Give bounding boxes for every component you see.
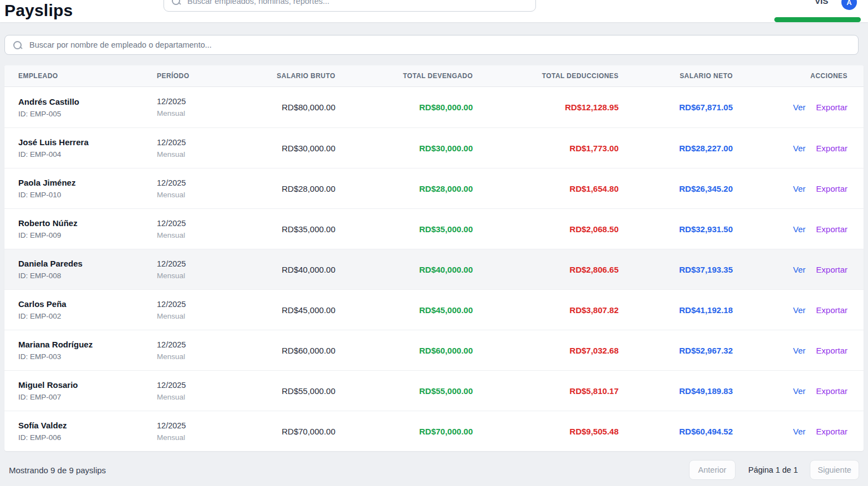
actions-cell: Ver Exportar xyxy=(733,184,847,193)
global-search-input[interactable] xyxy=(187,0,525,11)
net-salary-value: RD$67,871.05 xyxy=(619,103,733,112)
total-deductions-value: RD$2,806.65 xyxy=(473,265,619,274)
employee-id: ID: EMP-010 xyxy=(18,191,157,199)
actions-cell: Ver Exportar xyxy=(733,386,847,396)
export-link[interactable]: Exportar xyxy=(816,427,847,436)
search-icon xyxy=(171,0,181,6)
view-link[interactable]: Ver xyxy=(793,386,806,396)
view-link[interactable]: Ver xyxy=(793,184,806,193)
actions-cell: Ver Exportar xyxy=(733,305,847,315)
export-link[interactable]: Exportar xyxy=(816,386,847,396)
gross-salary-value: RD$45,000.00 xyxy=(268,305,335,315)
payslips-table: EMPLEADO PERÍODO SALARIO BRUTO TOTAL DEV… xyxy=(4,65,864,451)
net-salary-value: RD$28,227.00 xyxy=(619,144,733,153)
global-search xyxy=(164,0,536,12)
employee-name: Carlos Peña xyxy=(18,299,157,309)
employee-id: ID: EMP-002 xyxy=(18,312,157,320)
total-deductions-value: RD$9,505.48 xyxy=(473,427,619,436)
actions-cell: Ver Exportar xyxy=(733,224,847,234)
table-body: Andrés Castillo ID: EMP-005 12/2025 Mens… xyxy=(4,87,864,451)
total-earned-value: RD$30,000.00 xyxy=(335,144,473,153)
export-link[interactable]: Exportar xyxy=(816,224,847,234)
gross-salary-value: RD$55,000.00 xyxy=(268,386,335,396)
view-link[interactable]: Ver xyxy=(793,224,806,234)
period-frequency: Mensual xyxy=(157,352,268,361)
export-link[interactable]: Exportar xyxy=(816,144,847,153)
payslips-page: Payslips VIS A EMPLEADO PERÍODO SALARIO … xyxy=(0,0,868,486)
period-frequency: Mensual xyxy=(157,272,268,280)
column-header-total-devengado: TOTAL DEVENGADO xyxy=(335,72,473,80)
table-row: Daniela Paredes ID: EMP-008 12/2025 Mens… xyxy=(4,249,864,289)
total-earned-value: RD$35,000.00 xyxy=(335,224,473,234)
period-value: 12/2025 xyxy=(157,178,268,187)
employee-id: ID: EMP-005 xyxy=(18,110,157,118)
period-value: 12/2025 xyxy=(157,421,268,430)
previous-page-button[interactable]: Anterior xyxy=(689,460,736,480)
actions-cell: Ver Exportar xyxy=(733,346,847,355)
period-frequency: Mensual xyxy=(157,433,268,442)
table-row: Mariana Rodríguez ID: EMP-003 12/2025 Me… xyxy=(4,330,864,370)
total-deductions-value: RD$7,032.68 xyxy=(473,346,619,355)
actions-cell: Ver Exportar xyxy=(733,265,847,274)
primary-action-button-partial[interactable] xyxy=(774,17,861,22)
export-link[interactable]: Exportar xyxy=(816,346,847,355)
view-link[interactable]: Ver xyxy=(793,103,806,112)
period-cell: 12/2025 Mensual xyxy=(157,178,268,199)
employee-name: Daniela Paredes xyxy=(18,259,157,268)
view-link[interactable]: Ver xyxy=(793,346,806,355)
total-deductions-value: RD$3,807.82 xyxy=(473,305,619,315)
employee-name: Roberto Núñez xyxy=(18,218,157,228)
view-link[interactable]: Ver xyxy=(793,427,806,436)
avatar[interactable]: A xyxy=(841,0,857,10)
results-summary: Mostrando 9 de 9 payslips xyxy=(9,465,106,475)
filter-search-input[interactable] xyxy=(29,36,850,54)
table-row: José Luis Herrera ID: EMP-004 12/2025 Me… xyxy=(4,127,864,168)
period-value: 12/2025 xyxy=(157,259,268,268)
period-value: 12/2025 xyxy=(157,219,268,228)
employee-cell: Daniela Paredes ID: EMP-008 xyxy=(18,259,157,280)
employee-name: Andrés Castillo xyxy=(18,97,157,106)
employee-cell: Andrés Castillo ID: EMP-005 xyxy=(18,97,157,118)
employee-cell: Mariana Rodríguez ID: EMP-003 xyxy=(18,340,157,361)
table-row: Carlos Peña ID: EMP-002 12/2025 Mensual … xyxy=(4,289,864,330)
net-salary-value: RD$60,494.52 xyxy=(619,427,733,436)
period-cell: 12/2025 Mensual xyxy=(157,259,268,280)
total-earned-value: RD$80,000.00 xyxy=(335,103,473,112)
column-header-salario-neto: SALARIO NETO xyxy=(619,72,733,80)
employee-cell: Sofía Valdez ID: EMP-006 xyxy=(18,421,157,442)
net-salary-value: RD$49,189.83 xyxy=(619,386,733,396)
total-earned-value: RD$40,000.00 xyxy=(335,265,473,274)
period-frequency: Mensual xyxy=(157,109,268,117)
employee-cell: Paola Jiménez ID: EMP-010 xyxy=(18,178,157,199)
period-cell: 12/2025 Mensual xyxy=(157,219,268,239)
export-link[interactable]: Exportar xyxy=(816,103,847,112)
table-row: Roberto Núñez ID: EMP-009 12/2025 Mensua… xyxy=(4,208,864,249)
export-link[interactable]: Exportar xyxy=(816,184,847,193)
employee-name: Sofía Valdez xyxy=(18,421,157,430)
employee-cell: Roberto Núñez ID: EMP-009 xyxy=(18,218,157,239)
view-link[interactable]: Ver xyxy=(793,265,806,274)
period-value: 12/2025 xyxy=(157,340,268,349)
employee-cell: Carlos Peña ID: EMP-002 xyxy=(18,299,157,320)
employee-id: ID: EMP-004 xyxy=(18,150,157,158)
period-frequency: Mensual xyxy=(157,150,268,158)
export-link[interactable]: Exportar xyxy=(816,305,847,315)
employee-cell: Miguel Rosario ID: EMP-007 xyxy=(18,380,157,401)
total-deductions-value: RD$12,128.95 xyxy=(473,103,619,112)
view-link[interactable]: Ver xyxy=(793,305,806,315)
period-cell: 12/2025 Mensual xyxy=(157,381,268,401)
next-page-button[interactable]: Siguiente xyxy=(810,460,859,480)
period-value: 12/2025 xyxy=(157,97,268,106)
column-header-empleado: EMPLEADO xyxy=(18,72,157,80)
column-header-periodo: PERÍODO xyxy=(157,72,268,80)
page-title: Payslips xyxy=(4,1,73,20)
export-link[interactable]: Exportar xyxy=(816,265,847,274)
gross-salary-value: RD$60,000.00 xyxy=(268,346,335,355)
employee-id: ID: EMP-009 xyxy=(18,231,157,239)
topnav-item-partial[interactable]: VIS xyxy=(815,0,828,6)
view-link[interactable]: Ver xyxy=(793,144,806,153)
total-earned-value: RD$28,000.00 xyxy=(335,184,473,193)
actions-cell: Ver Exportar xyxy=(733,103,847,112)
period-cell: 12/2025 Mensual xyxy=(157,97,268,117)
net-salary-value: RD$52,967.32 xyxy=(619,346,733,355)
